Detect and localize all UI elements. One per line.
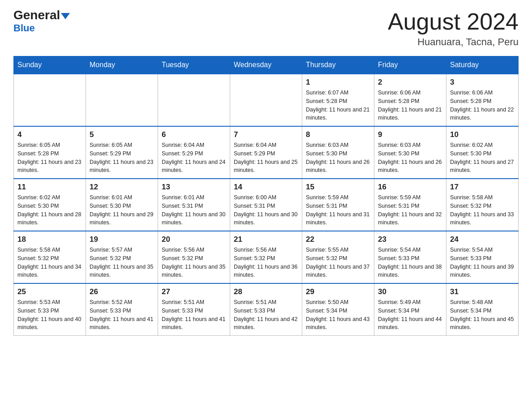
day-number: 5 [90,130,154,139]
day-info: Sunrise: 5:52 AMSunset: 5:33 PMDaylight:… [90,298,154,332]
day-number: 9 [378,130,442,139]
table-row: 6Sunrise: 6:04 AMSunset: 5:29 PMDaylight… [158,126,230,179]
table-row: 12Sunrise: 6:01 AMSunset: 5:30 PMDayligh… [86,179,158,231]
day-number: 28 [234,287,298,296]
table-row: 13Sunrise: 6:01 AMSunset: 5:31 PMDayligh… [158,179,230,231]
day-number: 1 [306,78,370,87]
calendar-week-row: 18Sunrise: 5:58 AMSunset: 5:32 PMDayligh… [14,231,519,283]
table-row: 16Sunrise: 5:59 AMSunset: 5:31 PMDayligh… [374,179,446,231]
col-monday: Monday [86,56,158,74]
day-number: 15 [306,183,370,192]
day-number: 29 [306,287,370,296]
day-info: Sunrise: 5:54 AMSunset: 5:33 PMDaylight:… [450,246,515,279]
day-info: Sunrise: 6:05 AMSunset: 5:28 PMDaylight:… [17,141,82,175]
day-info: Sunrise: 5:53 AMSunset: 5:33 PMDaylight:… [17,298,82,332]
day-info: Sunrise: 6:01 AMSunset: 5:30 PMDaylight:… [90,193,154,227]
day-info: Sunrise: 5:55 AMSunset: 5:32 PMDaylight:… [306,246,370,279]
day-number: 19 [90,235,154,244]
day-number: 4 [17,130,82,139]
day-info: Sunrise: 6:06 AMSunset: 5:28 PMDaylight:… [378,89,442,122]
month-title: August 2024 [388,9,519,34]
table-row: 15Sunrise: 5:59 AMSunset: 5:31 PMDayligh… [302,179,374,231]
table-row: 18Sunrise: 5:58 AMSunset: 5:32 PMDayligh… [14,231,86,283]
day-number: 23 [378,235,442,244]
day-number: 26 [90,287,154,296]
day-number: 30 [378,287,442,296]
day-number: 3 [450,78,515,87]
day-number: 8 [306,130,370,139]
day-info: Sunrise: 5:51 AMSunset: 5:33 PMDaylight:… [162,298,226,332]
col-saturday: Saturday [446,56,519,74]
day-number: 14 [234,183,298,192]
day-info: Sunrise: 6:02 AMSunset: 5:30 PMDaylight:… [17,193,82,227]
day-number: 6 [162,130,226,139]
calendar-week-row: 4Sunrise: 6:05 AMSunset: 5:28 PMDaylight… [14,126,519,179]
day-number: 7 [234,130,298,139]
table-row: 2Sunrise: 6:06 AMSunset: 5:28 PMDaylight… [374,74,446,126]
day-info: Sunrise: 6:01 AMSunset: 5:31 PMDaylight:… [162,193,226,227]
calendar-table: Sunday Monday Tuesday Wednesday Thursday… [13,56,519,336]
table-row [86,74,158,126]
day-number: 20 [162,235,226,244]
col-wednesday: Wednesday [230,56,302,74]
day-number: 10 [450,130,515,139]
table-row: 3Sunrise: 6:06 AMSunset: 5:28 PMDaylight… [446,74,519,126]
table-row: 22Sunrise: 5:55 AMSunset: 5:32 PMDayligh… [302,231,374,283]
day-info: Sunrise: 5:49 AMSunset: 5:34 PMDaylight:… [378,298,442,332]
col-friday: Friday [374,56,446,74]
day-info: Sunrise: 5:59 AMSunset: 5:31 PMDaylight:… [306,193,370,227]
table-row [158,74,230,126]
day-number: 18 [17,235,82,244]
day-info: Sunrise: 6:03 AMSunset: 5:30 PMDaylight:… [378,141,442,175]
logo-blue: Blue [13,22,35,34]
day-info: Sunrise: 5:58 AMSunset: 5:32 PMDaylight:… [450,193,515,227]
day-number: 24 [450,235,515,244]
table-row: 31Sunrise: 5:48 AMSunset: 5:34 PMDayligh… [446,283,519,336]
table-row: 27Sunrise: 5:51 AMSunset: 5:33 PMDayligh… [158,283,230,336]
page-header: General Blue August 2024 Huanuara, Tacna… [13,9,519,48]
table-row: 26Sunrise: 5:52 AMSunset: 5:33 PMDayligh… [86,283,158,336]
table-row: 9Sunrise: 6:03 AMSunset: 5:30 PMDaylight… [374,126,446,179]
calendar-week-row: 11Sunrise: 6:02 AMSunset: 5:30 PMDayligh… [14,179,519,231]
table-row: 29Sunrise: 5:50 AMSunset: 5:34 PMDayligh… [302,283,374,336]
table-row: 24Sunrise: 5:54 AMSunset: 5:33 PMDayligh… [446,231,519,283]
day-number: 21 [234,235,298,244]
title-area: August 2024 Huanuara, Tacna, Peru [388,9,519,48]
table-row: 11Sunrise: 6:02 AMSunset: 5:30 PMDayligh… [14,179,86,231]
day-number: 2 [378,78,442,87]
table-row: 10Sunrise: 6:02 AMSunset: 5:30 PMDayligh… [446,126,519,179]
day-number: 16 [378,183,442,192]
table-row: 1Sunrise: 6:07 AMSunset: 5:28 PMDaylight… [302,74,374,126]
day-number: 12 [90,183,154,192]
day-number: 13 [162,183,226,192]
day-info: Sunrise: 5:58 AMSunset: 5:32 PMDaylight:… [17,246,82,279]
table-row: 8Sunrise: 6:03 AMSunset: 5:30 PMDaylight… [302,126,374,179]
day-number: 17 [450,183,515,192]
col-tuesday: Tuesday [158,56,230,74]
table-row: 21Sunrise: 5:56 AMSunset: 5:32 PMDayligh… [230,231,302,283]
day-info: Sunrise: 5:56 AMSunset: 5:32 PMDaylight:… [234,246,298,279]
table-row: 4Sunrise: 6:05 AMSunset: 5:28 PMDaylight… [14,126,86,179]
day-info: Sunrise: 6:06 AMSunset: 5:28 PMDaylight:… [450,89,515,122]
table-row: 17Sunrise: 5:58 AMSunset: 5:32 PMDayligh… [446,179,519,231]
col-thursday: Thursday [302,56,374,74]
logo: General Blue [13,9,70,34]
day-number: 11 [17,183,82,192]
calendar-week-row: 25Sunrise: 5:53 AMSunset: 5:33 PMDayligh… [14,283,519,336]
table-row [14,74,86,126]
day-info: Sunrise: 5:51 AMSunset: 5:33 PMDaylight:… [234,298,298,332]
table-row: 25Sunrise: 5:53 AMSunset: 5:33 PMDayligh… [14,283,86,336]
day-info: Sunrise: 5:59 AMSunset: 5:31 PMDaylight:… [378,193,442,227]
day-info: Sunrise: 5:48 AMSunset: 5:34 PMDaylight:… [450,298,515,332]
calendar-week-row: 1Sunrise: 6:07 AMSunset: 5:28 PMDaylight… [14,74,519,126]
day-number: 27 [162,287,226,296]
day-info: Sunrise: 6:04 AMSunset: 5:29 PMDaylight:… [162,141,226,175]
table-row [230,74,302,126]
day-info: Sunrise: 6:07 AMSunset: 5:28 PMDaylight:… [306,89,370,122]
day-info: Sunrise: 6:03 AMSunset: 5:30 PMDaylight:… [306,141,370,175]
table-row: 5Sunrise: 6:05 AMSunset: 5:29 PMDaylight… [86,126,158,179]
table-row: 20Sunrise: 5:56 AMSunset: 5:32 PMDayligh… [158,231,230,283]
table-row: 19Sunrise: 5:57 AMSunset: 5:32 PMDayligh… [86,231,158,283]
day-number: 25 [17,287,82,296]
table-row: 23Sunrise: 5:54 AMSunset: 5:33 PMDayligh… [374,231,446,283]
